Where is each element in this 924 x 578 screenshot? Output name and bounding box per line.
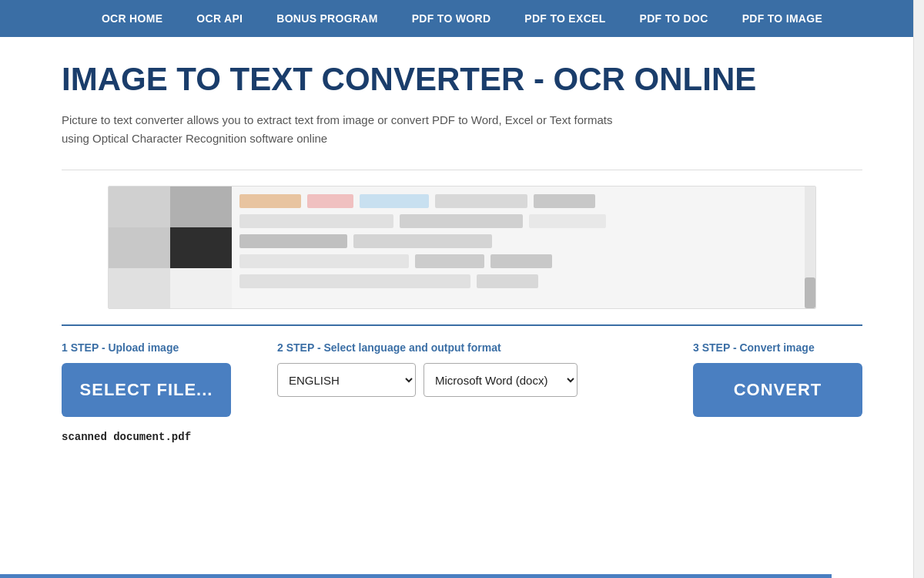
step-2-label: 2 STEP - Select language and output form… — [277, 341, 662, 354]
steps-divider — [62, 324, 862, 326]
filename-display: scanned document.pdf — [62, 431, 246, 443]
page-scrollbar[interactable] — [913, 0, 924, 471]
nav-pdf-to-image[interactable]: PDF TO IMAGE — [725, 0, 839, 37]
step-3-block: 3 STEP - Convert image CONVERT — [693, 341, 862, 417]
format-select[interactable]: Microsoft Word (docx) Plain Text (txt) A… — [424, 363, 578, 397]
step-3-label: 3 STEP - Convert image — [693, 341, 862, 354]
step-1-block: 1 STEP - Upload image SELECT FILE... sca… — [62, 341, 246, 443]
steps-container: 1 STEP - Upload image SELECT FILE... sca… — [62, 341, 862, 443]
step-1-label: 1 STEP - Upload image — [62, 341, 246, 354]
nav-pdf-to-word[interactable]: PDF TO WORD — [395, 0, 508, 37]
navbar: OCR HOME OCR API BONUS PROGRAM PDF TO WO… — [0, 0, 924, 37]
select-file-button[interactable]: SELECT FILE... — [62, 363, 231, 417]
convert-button[interactable]: CONVERT — [693, 363, 862, 417]
preview-scrollbar[interactable] — [805, 187, 815, 308]
nav-pdf-to-excel[interactable]: PDF TO EXCEL — [507, 0, 622, 37]
page-title: IMAGE TO TEXT CONVERTER - OCR ONLINE — [62, 62, 862, 97]
preview-thumbnail — [109, 187, 232, 308]
document-preview — [108, 186, 816, 309]
language-select[interactable]: ENGLISH FRENCH GERMAN SPANISH ITALIAN PO… — [277, 363, 416, 397]
nav-bonus-program[interactable]: BONUS PROGRAM — [259, 0, 394, 37]
step-2-block: 2 STEP - Select language and output form… — [277, 341, 662, 397]
selects-row: ENGLISH FRENCH GERMAN SPANISH ITALIAN PO… — [277, 363, 662, 397]
nav-pdf-to-doc[interactable]: PDF TO DOC — [623, 0, 725, 37]
nav-ocr-home[interactable]: OCR HOME — [85, 0, 179, 37]
preview-content — [232, 187, 815, 308]
hero-divider — [62, 170, 862, 170]
nav-ocr-api[interactable]: OCR API — [179, 0, 259, 37]
subtitle: Picture to text converter allows you to … — [62, 111, 862, 148]
